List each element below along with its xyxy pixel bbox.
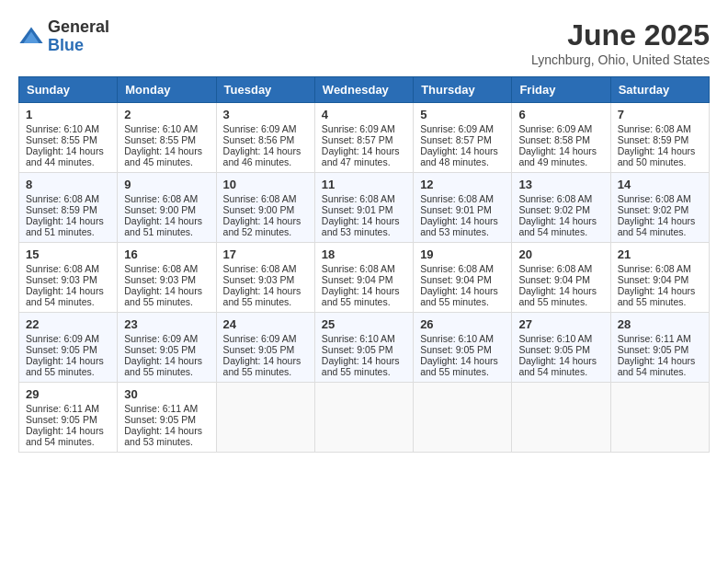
sunset: Sunset: 9:00 PM [223, 204, 295, 215]
page-header: General Blue June 2025 Lynchburg, Ohio, … [18, 18, 710, 67]
sunrise: Sunrise: 6:08 AM [26, 193, 99, 204]
sunrise: Sunrise: 6:10 AM [26, 123, 99, 134]
day-number: 20 [518, 247, 603, 261]
sunset: Sunset: 8:56 PM [223, 134, 295, 145]
calendar-cell: 20Sunrise: 6:08 AMSunset: 9:04 PMDayligh… [512, 243, 610, 313]
calendar-cell: 14Sunrise: 6:08 AMSunset: 9:02 PMDayligh… [610, 173, 709, 243]
calendar-cell [314, 383, 413, 453]
daylight: Daylight: 14 hours and 54 minutes. [26, 285, 104, 307]
calendar-week-row: 29Sunrise: 6:11 AMSunset: 9:05 PMDayligh… [19, 383, 710, 453]
sunset: Sunset: 8:55 PM [26, 134, 97, 145]
calendar-cell: 21Sunrise: 6:08 AMSunset: 9:04 PMDayligh… [610, 243, 709, 313]
sunset: Sunset: 9:05 PM [322, 344, 393, 355]
sunset: Sunset: 8:55 PM [124, 134, 196, 145]
day-number: 29 [26, 387, 110, 401]
calendar-cell: 23Sunrise: 6:09 AMSunset: 9:05 PMDayligh… [118, 313, 216, 383]
sunset: Sunset: 9:04 PM [618, 274, 689, 285]
sunset: Sunset: 9:05 PM [420, 344, 492, 355]
calendar-cell: 3Sunrise: 6:09 AMSunset: 8:56 PMDaylight… [216, 103, 314, 173]
day-number: 26 [420, 317, 505, 331]
sunrise: Sunrise: 6:09 AM [223, 333, 297, 344]
calendar-cell: 19Sunrise: 6:08 AMSunset: 9:04 PMDayligh… [414, 243, 512, 313]
sunrise: Sunrise: 6:11 AM [26, 403, 99, 414]
sunrise: Sunrise: 6:09 AM [124, 333, 198, 344]
day-number: 22 [26, 317, 110, 331]
logo-icon [18, 24, 44, 50]
calendar-cell: 26Sunrise: 6:10 AMSunset: 9:05 PMDayligh… [414, 313, 512, 383]
day-number: 4 [322, 108, 406, 121]
sunrise: Sunrise: 6:11 AM [124, 403, 198, 414]
sunset: Sunset: 9:02 PM [618, 204, 689, 215]
sunset: Sunset: 9:05 PM [124, 414, 196, 425]
calendar-cell: 15Sunrise: 6:08 AMSunset: 9:03 PMDayligh… [19, 243, 118, 313]
daylight: Daylight: 14 hours and 54 minutes. [26, 425, 104, 447]
sunrise: Sunrise: 6:08 AM [518, 193, 592, 204]
calendar-cell: 13Sunrise: 6:08 AMSunset: 9:02 PMDayligh… [512, 173, 610, 243]
daylight: Daylight: 14 hours and 48 minutes. [420, 145, 498, 167]
calendar-cell [414, 383, 512, 453]
weekday-header: Sunday [19, 77, 118, 103]
sunset: Sunset: 9:02 PM [518, 204, 590, 215]
daylight: Daylight: 14 hours and 55 minutes. [322, 285, 400, 307]
daylight: Daylight: 14 hours and 45 minutes. [124, 145, 202, 167]
day-number: 11 [322, 178, 406, 191]
sunrise: Sunrise: 6:08 AM [322, 263, 395, 274]
sunrise: Sunrise: 6:09 AM [223, 123, 297, 134]
calendar-cell: 22Sunrise: 6:09 AMSunset: 9:05 PMDayligh… [19, 313, 118, 383]
day-number: 17 [223, 247, 308, 261]
calendar-week-row: 15Sunrise: 6:08 AMSunset: 9:03 PMDayligh… [19, 243, 710, 313]
sunset: Sunset: 9:04 PM [322, 274, 393, 285]
weekday-header: Monday [118, 77, 216, 103]
calendar-cell [610, 383, 709, 453]
calendar-week-row: 8Sunrise: 6:08 AMSunset: 8:59 PMDaylight… [19, 173, 710, 243]
calendar-cell: 10Sunrise: 6:08 AMSunset: 9:00 PMDayligh… [216, 173, 314, 243]
sunrise: Sunrise: 6:10 AM [420, 333, 494, 344]
calendar-cell: 4Sunrise: 6:09 AMSunset: 8:57 PMDaylight… [314, 103, 413, 173]
day-number: 19 [420, 247, 505, 261]
calendar-cell: 12Sunrise: 6:08 AMSunset: 9:01 PMDayligh… [414, 173, 512, 243]
calendar-cell: 6Sunrise: 6:09 AMSunset: 8:58 PMDaylight… [512, 103, 610, 173]
weekday-header: Wednesday [314, 77, 413, 103]
day-number: 13 [518, 178, 603, 191]
daylight: Daylight: 14 hours and 55 minutes. [26, 355, 104, 377]
day-number: 25 [322, 317, 406, 331]
sunrise: Sunrise: 6:08 AM [124, 193, 198, 204]
day-number: 6 [518, 108, 603, 121]
calendar-cell: 30Sunrise: 6:11 AMSunset: 9:05 PMDayligh… [118, 383, 216, 453]
sunrise: Sunrise: 6:11 AM [618, 333, 691, 344]
sunset: Sunset: 9:03 PM [223, 274, 295, 285]
calendar-cell: 17Sunrise: 6:08 AMSunset: 9:03 PMDayligh… [216, 243, 314, 313]
day-number: 5 [420, 108, 505, 121]
daylight: Daylight: 14 hours and 50 minutes. [618, 145, 696, 167]
calendar-table: SundayMondayTuesdayWednesdayThursdayFrid… [18, 76, 710, 453]
month-title: June 2025 [531, 18, 710, 52]
calendar-cell: 16Sunrise: 6:08 AMSunset: 9:03 PMDayligh… [118, 243, 216, 313]
daylight: Daylight: 14 hours and 46 minutes. [223, 145, 301, 167]
daylight: Daylight: 14 hours and 51 minutes. [26, 215, 104, 237]
daylight: Daylight: 14 hours and 55 minutes. [420, 355, 498, 377]
sunrise: Sunrise: 6:10 AM [518, 333, 592, 344]
sunrise: Sunrise: 6:08 AM [420, 193, 494, 204]
day-number: 28 [618, 317, 702, 331]
logo-text: General Blue [48, 18, 109, 55]
logo-general: General [48, 18, 109, 37]
sunset: Sunset: 9:03 PM [26, 274, 97, 285]
logo: General Blue [18, 18, 109, 55]
day-number: 24 [223, 317, 308, 331]
daylight: Daylight: 14 hours and 54 minutes. [618, 355, 696, 377]
sunset: Sunset: 9:05 PM [223, 344, 295, 355]
sunset: Sunset: 9:04 PM [420, 274, 492, 285]
day-number: 12 [420, 178, 505, 191]
day-number: 18 [322, 247, 406, 261]
sunset: Sunset: 9:05 PM [26, 414, 97, 425]
day-number: 27 [518, 317, 603, 331]
calendar-cell: 1Sunrise: 6:10 AMSunset: 8:55 PMDaylight… [19, 103, 118, 173]
sunrise: Sunrise: 6:09 AM [420, 123, 494, 134]
calendar-cell: 24Sunrise: 6:09 AMSunset: 9:05 PMDayligh… [216, 313, 314, 383]
day-number: 2 [124, 108, 209, 121]
day-number: 3 [223, 108, 308, 121]
daylight: Daylight: 14 hours and 53 minutes. [322, 215, 400, 237]
daylight: Daylight: 14 hours and 53 minutes. [420, 215, 498, 237]
daylight: Daylight: 14 hours and 54 minutes. [518, 215, 597, 237]
sunset: Sunset: 9:00 PM [124, 204, 196, 215]
